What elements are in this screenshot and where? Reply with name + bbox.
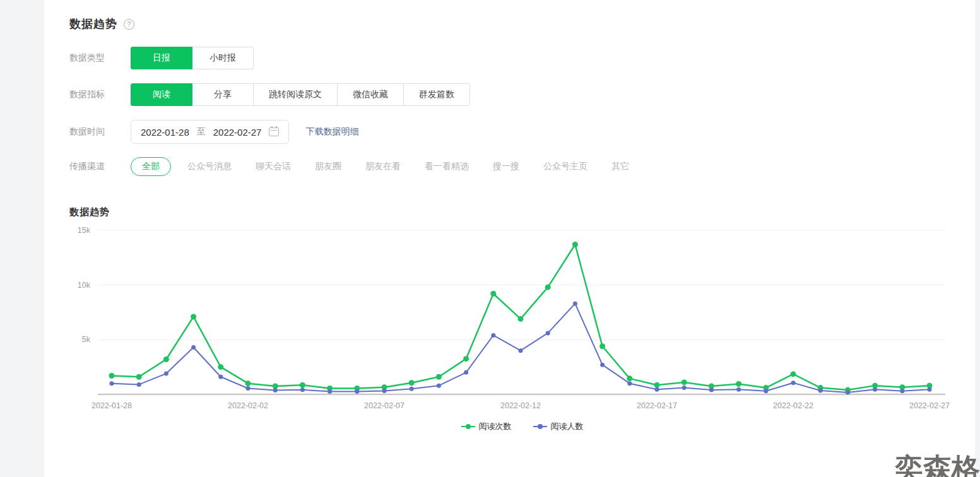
data-point[interactable] (382, 389, 387, 393)
data-point[interactable] (137, 382, 141, 387)
data-point[interactable] (709, 388, 714, 392)
option-群发篇数[interactable]: 群发篇数 (403, 83, 470, 106)
data-point[interactable] (273, 388, 278, 392)
data-point[interactable] (682, 379, 687, 385)
data-point[interactable] (764, 389, 768, 393)
channel-朋友在看[interactable]: 朋友在看 (365, 161, 401, 172)
date-range-picker[interactable]: 2022-01-28 至 2022-02-27 (131, 120, 289, 144)
chart-section-title: 数据趋势 (69, 206, 975, 218)
data-point[interactable] (409, 380, 415, 386)
data-point[interactable] (218, 375, 223, 379)
data-time-row: 数据时间 2022-01-28 至 2022-02-27 下载数据明细 (69, 120, 975, 144)
data-point[interactable] (437, 384, 441, 388)
data-type-row: 数据类型 日报小时报 (69, 47, 975, 69)
channel-搜一搜[interactable]: 搜一搜 (493, 161, 519, 172)
data-point[interactable] (900, 389, 904, 393)
data-point[interactable] (110, 381, 114, 386)
data-point[interactable] (736, 381, 741, 387)
x-tick-2022-02-07: 2022-02-07 (364, 401, 404, 410)
data-type-group: 日报小时报 (131, 47, 254, 69)
option-小时报[interactable]: 小时报 (192, 47, 254, 69)
data-point[interactable] (627, 375, 632, 381)
data-point[interactable] (846, 391, 850, 395)
data-point[interactable] (191, 314, 196, 319)
data-point[interactable] (191, 345, 196, 350)
data-point[interactable] (572, 242, 578, 247)
trend-chart[interactable]: 5k10k15k2022-01-282022-02-022022-02-0720… (54, 227, 975, 416)
channel-全部[interactable]: 全部 (131, 157, 171, 176)
data-point[interactable] (328, 389, 332, 394)
question-circle-icon[interactable]: ? (124, 19, 134, 30)
page-header: 数据趋势 ? (69, 0, 975, 32)
data-metric-row: 数据指标 阅读分享跳转阅读原文微信收藏群发篇数 (69, 83, 975, 106)
data-point[interactable] (300, 387, 305, 392)
date-separator: 至 (197, 126, 206, 138)
data-point[interactable] (545, 285, 551, 290)
data-point[interactable] (491, 333, 495, 338)
data-point[interactable] (654, 382, 660, 388)
data-point[interactable] (463, 356, 469, 362)
x-tick-2022-02-02: 2022-02-02 (228, 401, 268, 410)
data-point[interactable] (163, 356, 169, 362)
data-point[interactable] (546, 331, 550, 335)
data-point[interactable] (490, 291, 496, 297)
data-point[interactable] (410, 387, 414, 391)
channel-聊天会话[interactable]: 聊天会话 (256, 161, 291, 172)
option-微信收藏[interactable]: 微信收藏 (337, 83, 404, 106)
channel-看一看精选[interactable]: 看一看精选 (425, 161, 469, 172)
x-tick-2022-02-27: 2022-02-27 (909, 401, 950, 410)
option-阅读[interactable]: 阅读 (131, 83, 192, 106)
data-point[interactable] (464, 370, 468, 375)
channel-朋友圈[interactable]: 朋友圈 (315, 161, 341, 172)
download-data-link[interactable]: 下载数据明细 (305, 126, 358, 138)
data-point[interactable] (164, 372, 168, 376)
x-tick-2022-02-17: 2022-02-17 (637, 401, 677, 410)
data-type-label: 数据类型 (69, 52, 131, 64)
data-point[interactable] (519, 348, 523, 353)
page-title: 数据趋势 (69, 16, 117, 32)
option-分享[interactable]: 分享 (192, 83, 254, 106)
option-跳转阅读原文[interactable]: 跳转阅读原文 (253, 83, 338, 106)
calendar-icon (269, 127, 279, 136)
data-point[interactable] (873, 387, 877, 392)
data-point[interactable] (245, 380, 251, 386)
y-tick-5k: 5k (82, 335, 91, 344)
data-point[interactable] (928, 387, 932, 392)
data-point[interactable] (573, 302, 577, 306)
chart-legend: 阅读次数阅读人数 (69, 421, 975, 432)
legend-item-阅读次数[interactable]: 阅读次数 (461, 421, 512, 432)
data-point[interactable] (599, 343, 605, 349)
data-point[interactable] (736, 387, 741, 392)
x-tick-2022-01-28: 2022-01-28 (92, 401, 132, 410)
data-point[interactable] (436, 374, 442, 380)
data-point[interactable] (300, 382, 305, 388)
channel-其它[interactable]: 其它 (611, 161, 629, 172)
data-point[interactable] (218, 364, 223, 370)
legend-marker-icon (533, 423, 547, 430)
data-point[interactable] (655, 387, 659, 392)
data-time-label: 数据时间 (69, 126, 131, 138)
content-panel: 数据趋势 ? 数据类型 日报小时报 数据指标 阅读分享跳转阅读原文微信收藏群发篇… (44, 0, 975, 477)
data-metric-label: 数据指标 (69, 89, 131, 100)
data-point[interactable] (791, 380, 796, 385)
data-point[interactable] (600, 363, 605, 367)
data-point[interactable] (355, 389, 359, 394)
data-point[interactable] (518, 316, 524, 322)
data-metric-group: 阅读分享跳转阅读原文微信收藏群发篇数 (131, 83, 470, 106)
data-point[interactable] (136, 374, 142, 380)
date-end: 2022-02-27 (213, 127, 262, 138)
legend-marker-icon (461, 423, 475, 430)
channel-公众号消息[interactable]: 公众号消息 (187, 161, 232, 172)
legend-item-阅读人数[interactable]: 阅读人数 (533, 421, 584, 432)
data-point[interactable] (791, 371, 796, 377)
legend-label: 阅读人数 (551, 421, 584, 432)
channel-公众号主页[interactable]: 公众号主页 (543, 161, 587, 172)
data-point[interactable] (682, 386, 687, 390)
channel-row: 传播渠道 全部公众号消息聊天会话朋友圈朋友在看看一看精选搜一搜公众号主页其它 (69, 157, 975, 176)
data-point[interactable] (627, 381, 632, 386)
data-point[interactable] (246, 386, 251, 391)
option-日报[interactable]: 日报 (131, 47, 192, 69)
data-point[interactable] (109, 373, 115, 379)
trend-chart-svg[interactable]: 5k10k15k2022-01-282022-02-022022-02-0720… (54, 227, 975, 416)
data-point[interactable] (818, 388, 823, 392)
